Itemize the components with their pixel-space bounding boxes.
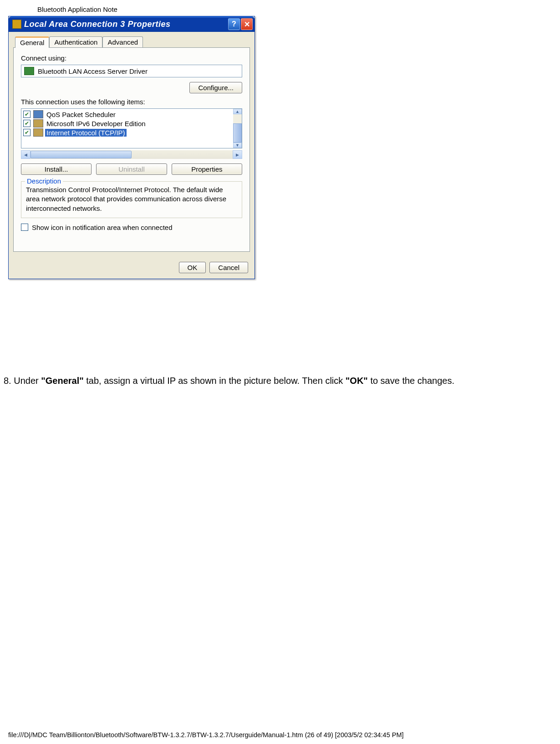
page-header: Bluetooth Application Note — [0, 0, 560, 13]
